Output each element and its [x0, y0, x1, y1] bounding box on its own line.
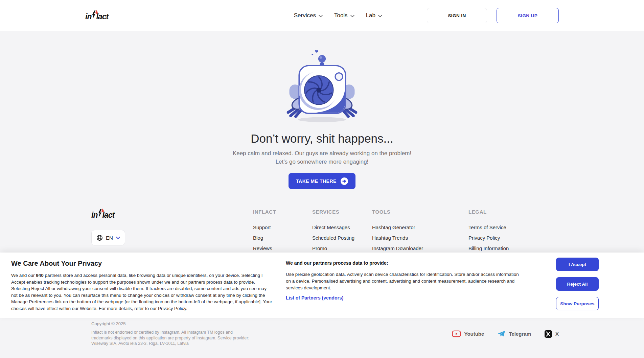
cookie-body-suffix: partners store and access personal data,…: [11, 273, 272, 311]
logo-text-start: in: [91, 211, 97, 219]
footer-brand: in lact EN: [91, 209, 125, 245]
footer-bottom: Copyright © 2025 Inflact is not endorsed…: [85, 320, 559, 354]
cookie-purposes-section: We and our partners process data to prov…: [286, 260, 523, 301]
footer-column-title: SERVICES: [312, 209, 354, 215]
cookie-banner-title: We Care About Your Privacy: [11, 260, 273, 267]
nav-item-tools[interactable]: Tools: [334, 12, 354, 19]
cookie-body-prefix: We and our: [11, 273, 36, 278]
globe-icon: [96, 235, 103, 241]
reject-all-button[interactable]: Reject All: [556, 277, 599, 291]
youtube-icon: [452, 330, 461, 338]
cookie-banner-body: We and our 940 partners store and access…: [11, 272, 273, 312]
footer-link-privacy-policy[interactable]: Privacy Policy: [468, 233, 509, 243]
x-icon: [545, 330, 552, 338]
youtube-link[interactable]: Youtube: [452, 330, 484, 338]
footer-column-legal: LEGAL Terms of Service Privacy Policy Bi…: [468, 209, 509, 254]
footer-link-hashtag-generator[interactable]: Hashtag Generator: [372, 222, 423, 233]
sign-in-button[interactable]: SIGN IN: [427, 8, 487, 23]
cookie-privacy-section: We Care About Your Privacy We and our 94…: [11, 260, 273, 312]
nav-label-services: Services: [294, 12, 316, 19]
x-link[interactable]: X: [545, 330, 559, 338]
cookie-purposes-title: We and our partners process data to prov…: [286, 260, 523, 266]
x-label: X: [555, 331, 559, 337]
error-subtitle-line1: Keep calm and relaxed. Our guys are alre…: [0, 149, 644, 158]
footer-column-services: SERVICES Direct Messages Scheduled Posti…: [312, 209, 354, 254]
footer-link-direct-messages[interactable]: Direct Messages: [312, 222, 354, 233]
cookie-banner-buttons: I Accept Reject All Show Purposes: [556, 258, 599, 310]
accept-button[interactable]: I Accept: [556, 258, 599, 271]
logo-flame-icon: [95, 7, 98, 15]
divider: [280, 269, 280, 309]
footer-link-hashtag-trends[interactable]: Hashtag Trends: [372, 233, 423, 243]
footer-link-reviews[interactable]: Reviews: [253, 243, 276, 254]
chevron-down-icon: [116, 237, 120, 239]
telegram-link[interactable]: Telegram: [498, 330, 531, 337]
footer-link-support[interactable]: Support: [253, 222, 276, 233]
nav-label-lab: Lab: [366, 12, 375, 19]
main-nav: Services Tools Lab: [294, 12, 382, 19]
logo-text-start: in: [85, 13, 91, 21]
chevron-down-icon: [350, 12, 354, 19]
youtube-label: Youtube: [464, 331, 484, 337]
cookie-purposes-body: Use precise geolocation data. Actively s…: [286, 271, 523, 291]
show-purposes-button[interactable]: Show Purposes: [556, 297, 599, 310]
cookie-consent-banner: We Care About Your Privacy We and our 94…: [0, 253, 644, 318]
error-subtitle: Keep calm and relaxed. Our guys are alre…: [0, 149, 644, 166]
nav-label-tools: Tools: [334, 12, 348, 19]
social-links: Youtube Telegram X: [452, 330, 559, 338]
camera-robot-illustration: [0, 49, 644, 124]
logo-flame-icon: [101, 206, 104, 214]
footer-link-blog[interactable]: Blog: [253, 233, 276, 243]
telegram-icon: [498, 330, 505, 337]
language-selector[interactable]: EN: [91, 230, 125, 245]
footer-inflact-logo[interactable]: in lact: [91, 209, 114, 219]
footer-link-terms-of-service[interactable]: Terms of Service: [468, 222, 509, 233]
copyright-text: Copyright © 2025: [91, 321, 125, 326]
chevron-down-icon: [319, 12, 323, 19]
take-me-there-button[interactable]: TAKE ME THERE: [289, 173, 355, 189]
footer-column-inflact: INFLACT Support Blog Reviews: [253, 209, 276, 254]
telegram-label: Telegram: [509, 331, 531, 337]
footer-column-title: INFLACT: [253, 209, 276, 215]
inflact-logo[interactable]: in lact: [85, 10, 108, 21]
footer-column-title: TOOLS: [372, 209, 423, 215]
footer-link-billing-information[interactable]: Billing Information: [468, 243, 509, 254]
partners-count: 940: [36, 273, 44, 278]
list-of-partners-link[interactable]: List of Partners (vendors): [286, 295, 343, 301]
error-subtitle-line2: Let’s go somewhere more engaging!: [0, 158, 644, 166]
footer-column-title: LEGAL: [468, 209, 509, 215]
arrow-right-circle-icon: [341, 177, 348, 185]
site-header: in lact Services Tools: [0, 0, 644, 31]
disclaimer-text: Inflact is not endorsed or certified by …: [91, 330, 250, 347]
language-code: EN: [106, 235, 113, 241]
footer-link-promo[interactable]: Promo: [312, 243, 354, 254]
error-section: Don’t worry, shit happens... Keep calm a…: [0, 31, 644, 189]
footer-link-instagram-downloader[interactable]: Instagram Downloader: [372, 243, 423, 254]
footer-column-tools: TOOLS Hashtag Generator Hashtag Trends I…: [372, 209, 423, 254]
nav-item-services[interactable]: Services: [294, 12, 323, 19]
nav-item-lab[interactable]: Lab: [366, 12, 382, 19]
footer-link-scheduled-posting[interactable]: Scheduled Posting: [312, 233, 354, 243]
chevron-down-icon: [378, 12, 382, 19]
error-title: Don’t worry, shit happens...: [0, 132, 644, 145]
take-me-there-label: TAKE ME THERE: [296, 178, 337, 184]
sign-up-button[interactable]: SIGN UP: [497, 8, 559, 23]
